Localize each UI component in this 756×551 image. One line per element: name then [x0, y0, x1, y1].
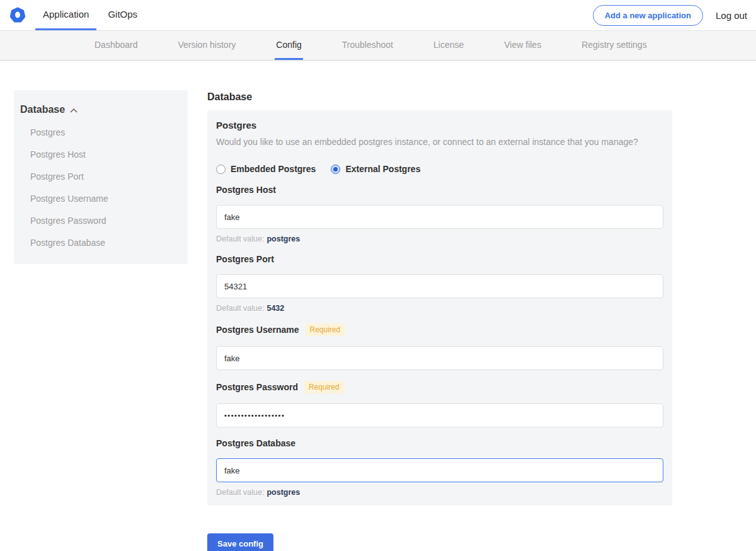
tab-application-label: Application [43, 9, 89, 20]
hint-label: Default value: [216, 235, 264, 243]
required-badge: Required [306, 323, 345, 336]
hint-value: 5432 [266, 304, 284, 313]
radio-unchecked-icon[interactable] [216, 165, 226, 174]
config-main: Database Postgres Would you like to use … [207, 91, 672, 551]
subnav-tab-registry-settings[interactable]: Registry settings [580, 31, 648, 60]
subnav-tab-config[interactable]: Config [275, 31, 302, 60]
postgres-password-input[interactable] [216, 403, 663, 427]
sidebar-group-label: Database [20, 104, 65, 115]
field-postgres-port: Postgres Port Default value:5432 [216, 254, 663, 313]
sidebar-item-postgres-host[interactable]: Postgres Host [30, 149, 188, 160]
subnav-tab-dashboard[interactable]: Dashboard [93, 31, 139, 60]
default-value-hint: Default value:postgres [216, 235, 663, 243]
hint-label: Default value: [216, 488, 264, 497]
subnav-tab-version-history[interactable]: Version history [177, 31, 238, 60]
field-label: Postgres Port [216, 254, 274, 264]
field-postgres-username: Postgres Username Required [216, 323, 663, 370]
app-subnav: Dashboard Version history Config Trouble… [0, 30, 756, 61]
tab-application[interactable]: Application [35, 0, 96, 30]
field-postgres-host: Postgres Host Default value:postgres [216, 185, 663, 243]
sidebar-item-postgres-database[interactable]: Postgres Database [30, 238, 188, 248]
group-help-text: Would you like to use an embedded postgr… [216, 136, 663, 148]
sidebar-group-database[interactable]: Database [14, 104, 188, 115]
radio-checked-icon[interactable] [331, 165, 340, 174]
postgres-username-input[interactable] [216, 346, 663, 370]
postgres-database-input[interactable] [216, 458, 663, 482]
required-badge: Required [304, 381, 344, 393]
content-area: Database Postgres Postgres Host Postgres… [0, 61, 756, 551]
tab-gitops-label: GitOps [108, 9, 137, 20]
field-postgres-database: Postgres Database Default value:postgres [216, 438, 663, 497]
tab-gitops[interactable]: GitOps [100, 0, 145, 30]
hint-value: postgres [266, 488, 300, 497]
sidebar-item-postgres-password[interactable]: Postgres Password [30, 216, 188, 226]
sidebar-item-postgres-port[interactable]: Postgres Port [30, 171, 188, 182]
field-label: Postgres Username [216, 325, 299, 335]
logout-button[interactable]: Log out [716, 10, 747, 21]
page-title: Database [207, 91, 672, 103]
save-config-button[interactable]: Save config [207, 533, 273, 551]
app-logo-icon [10, 7, 25, 23]
field-label: Postgres Database [216, 438, 295, 448]
sidebar-item-postgres-username[interactable]: Postgres Username [30, 194, 188, 204]
hint-label: Default value: [216, 304, 264, 313]
sidebar-item-list: Postgres Postgres Host Postgres Port Pos… [14, 127, 188, 248]
subnav-tab-view-files[interactable]: View files [503, 31, 542, 60]
postgres-port-input[interactable] [216, 274, 663, 298]
field-postgres-password: Postgres Password Required [216, 381, 663, 427]
hint-value: postgres [266, 235, 300, 243]
default-value-hint: Default value:postgres [216, 488, 663, 497]
group-title: Postgres [216, 120, 663, 130]
radio-embedded-postgres-label: Embedded Postgres [231, 164, 316, 174]
subnav-tab-troubleshoot[interactable]: Troubleshoot [341, 31, 394, 60]
top-tabs: Application GitOps [35, 0, 149, 30]
subnav-tab-license[interactable]: License [432, 31, 465, 60]
app-logo[interactable] [0, 0, 35, 30]
chevron-up-icon [70, 108, 77, 113]
config-sidebar: Database Postgres Postgres Host Postgres… [14, 90, 188, 264]
top-header: Application GitOps Add a new application… [0, 0, 756, 30]
default-value-hint: Default value:5432 [216, 304, 663, 313]
sidebar-item-postgres[interactable]: Postgres [30, 127, 188, 137]
field-label: Postgres Host [216, 185, 276, 195]
config-group-panel: Postgres Would you like to use an embedd… [207, 110, 672, 506]
radio-external-postgres-label: External Postgres [345, 164, 420, 174]
radio-embedded-postgres[interactable]: Embedded Postgres [216, 164, 316, 174]
add-application-button[interactable]: Add a new application [593, 5, 703, 26]
header-actions: Add a new application Log out [593, 0, 756, 30]
postgres-type-radio-group: Embedded Postgres External Postgres [216, 164, 663, 174]
postgres-host-input[interactable] [216, 205, 663, 229]
radio-external-postgres[interactable]: External Postgres [331, 164, 420, 174]
field-label: Postgres Password [216, 382, 298, 392]
